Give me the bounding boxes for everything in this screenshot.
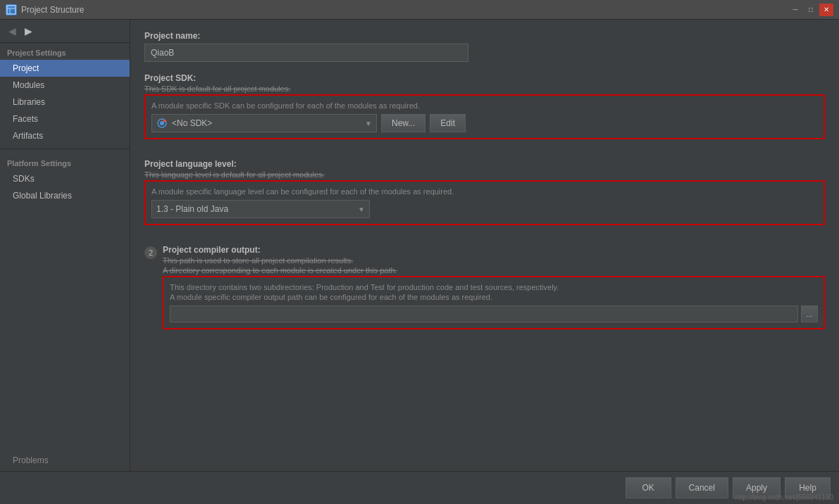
- maximize-button[interactable]: □: [804, 4, 818, 16]
- sdk-row: <No SDK> ▼ New... Edit: [151, 114, 818, 132]
- sidebar-item-modules[interactable]: Modules: [0, 77, 130, 94]
- main-content: ◀ ▶ Project Settings Project Modules Lib…: [0, 20, 839, 471]
- sdk-dropdown[interactable]: <No SDK> ▼: [151, 114, 377, 132]
- compiler-desc1: This path is used to store all project c…: [163, 256, 825, 265]
- svg-point-5: [163, 120, 166, 122]
- window-icon: [6, 4, 17, 15]
- sdk-section-desc: This SDK is default for all project modu…: [144, 84, 825, 93]
- nav-back-button[interactable]: ◀: [6, 24, 19, 38]
- bottom-bar: OK Cancel Apply Help: [0, 471, 839, 504]
- language-value: 1.3 - Plain old Java: [156, 204, 354, 214]
- cancel-button[interactable]: Cancel: [676, 477, 728, 498]
- title-bar-left: Project Structure: [6, 4, 84, 15]
- sidebar-item-problems[interactable]: Problems: [0, 450, 130, 471]
- project-name-label: Project name:: [144, 31, 825, 41]
- sdk-icon: [156, 118, 168, 129]
- sdk-red-box: A module specific SDK can be configured …: [144, 94, 825, 139]
- project-language-section: Project language level: This language le…: [144, 159, 825, 225]
- title-bar: Project Structure ─ □ ✕: [0, 0, 839, 20]
- minimize-button[interactable]: ─: [788, 4, 802, 16]
- project-settings-label: Project Settings: [0, 43, 130, 60]
- sidebar-item-facets[interactable]: Facets: [0, 111, 130, 127]
- sidebar-item-artifacts[interactable]: Artifacts: [0, 127, 130, 144]
- compiler-red-box-desc1: This directory contains two subdirectori…: [170, 283, 818, 291]
- project-name-group: Project name:: [144, 31, 825, 62]
- sdk-new-button[interactable]: New...: [381, 114, 425, 132]
- sdk-red-box-desc: A module specific SDK can be configured …: [151, 101, 818, 110]
- sidebar-item-global-libraries[interactable]: Global Libraries: [0, 187, 130, 204]
- project-sdk-section: Project SDK: This SDK is default for all…: [144, 73, 825, 139]
- sidebar-nav: ◀ ▶: [0, 20, 130, 43]
- sidebar: ◀ ▶ Project Settings Project Modules Lib…: [0, 20, 130, 471]
- project-structure-window: Project Structure ─ □ ✕ ◀ ▶ Project Sett…: [0, 0, 839, 504]
- sdk-edit-button[interactable]: Edit: [430, 114, 466, 132]
- compiler-output-path-input[interactable]: [170, 305, 798, 322]
- content-area: Project name: Project SDK: This SDK is d…: [130, 20, 839, 471]
- window-controls: ─ □ ✕: [788, 4, 833, 16]
- language-select-row: 1.3 - Plain old Java ▼: [151, 200, 818, 218]
- language-red-box-desc: A module specific language level can be …: [151, 187, 818, 196]
- sdk-value: <No SDK>: [172, 118, 361, 128]
- sidebar-item-project[interactable]: Project: [0, 60, 130, 77]
- sdk-section-title: Project SDK:: [144, 73, 825, 83]
- compiler-desc2: A directory corresponding to each module…: [163, 266, 825, 275]
- svg-rect-0: [7, 6, 15, 14]
- compiler-red-box-desc2: A module specific compiler output path c…: [170, 293, 818, 301]
- compiler-section-title: Project compiler output:: [163, 245, 825, 255]
- language-dropdown[interactable]: 1.3 - Plain old Java ▼: [151, 200, 370, 218]
- watermark: http://blog.csdn.net/j550341130: [735, 493, 833, 501]
- platform-settings-label: Platform Settings: [0, 153, 130, 170]
- sidebar-item-libraries[interactable]: Libraries: [0, 94, 130, 111]
- section-number-badge: 2: [144, 246, 157, 259]
- sidebar-divider: [0, 149, 130, 149]
- browse-button[interactable]: ...: [801, 305, 818, 322]
- close-button[interactable]: ✕: [819, 4, 833, 16]
- language-section-title: Project language level:: [144, 159, 825, 169]
- sidebar-item-sdks[interactable]: SDKs: [0, 170, 130, 187]
- output-path-row: ...: [170, 305, 818, 322]
- ok-button[interactable]: OK: [626, 477, 671, 498]
- compiler-section-content: Project compiler output: This path is us…: [163, 245, 825, 329]
- sdk-dropdown-arrow: ▼: [365, 120, 372, 127]
- compiler-output-section: 2 Project compiler output: This path is …: [144, 245, 825, 329]
- language-dropdown-arrow: ▼: [358, 206, 365, 213]
- language-red-box: A module specific language level can be …: [144, 180, 825, 225]
- language-section-desc: This language level is default for all p…: [144, 170, 825, 179]
- project-name-input[interactable]: [144, 44, 468, 62]
- window-title: Project Structure: [21, 5, 84, 15]
- nav-forward-button[interactable]: ▶: [22, 24, 35, 38]
- compiler-red-box: This directory contains two subdirectori…: [163, 276, 825, 329]
